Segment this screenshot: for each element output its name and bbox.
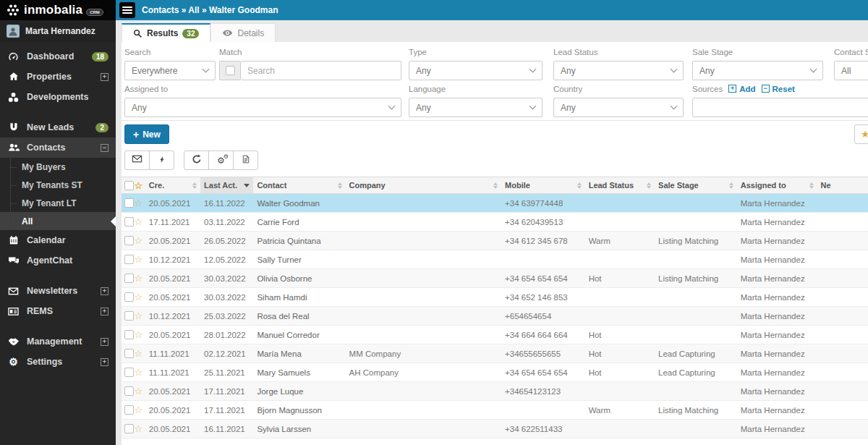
column-header-mobile[interactable]: Mobile bbox=[501, 177, 585, 193]
row-checkbox[interactable] bbox=[124, 311, 134, 321]
search-input[interactable] bbox=[240, 61, 401, 80]
favorite-star-icon[interactable]: ☆ bbox=[134, 311, 145, 321]
expand-plus-icon[interactable]: + bbox=[101, 358, 109, 366]
row-checkbox[interactable] bbox=[124, 255, 134, 264]
table-row[interactable]: ☆20.05.202117.11.2021Bjorn MagnussonWarm… bbox=[122, 401, 868, 420]
favorite-star-icon[interactable]: ☆ bbox=[134, 255, 145, 264]
gears-icon: ⚙⚙ bbox=[217, 156, 225, 166]
table-row[interactable]: ☆11.11.202125.11.2021Mary SamuelsAH Comp… bbox=[122, 363, 868, 382]
sidebar-item-new-leads[interactable]: New Leads2 bbox=[0, 117, 116, 137]
sidebar-item-properties[interactable]: Properties+ bbox=[0, 67, 116, 87]
column-header-lead_status[interactable]: Lead Status bbox=[585, 177, 655, 193]
row-checkbox[interactable] bbox=[124, 424, 134, 433]
filter-sale-stage-select[interactable]: Any bbox=[692, 61, 823, 80]
export-button[interactable] bbox=[233, 151, 258, 170]
sidebar-item-label: New Leads bbox=[27, 122, 74, 132]
match-checkbox[interactable] bbox=[226, 66, 235, 75]
row-checkbox[interactable] bbox=[124, 386, 134, 396]
column-header-cre[interactable]: Cre. bbox=[145, 177, 200, 193]
favorites-filter-button[interactable]: ★ bbox=[854, 124, 868, 144]
sidebar-item-all[interactable]: All bbox=[0, 212, 116, 230]
sidebar-item-newsletters[interactable]: Newsletters+ bbox=[0, 281, 116, 301]
table-row[interactable]: ☆20.05.202117.11.2021Jorge Luque+3465412… bbox=[122, 382, 868, 401]
filter-label-country: Country bbox=[553, 83, 684, 94]
filter-contact-status-select[interactable]: All bbox=[834, 61, 868, 80]
favorite-star-icon[interactable]: ☆ bbox=[134, 198, 145, 208]
sidebar-item-contacts[interactable]: Contacts− bbox=[0, 137, 116, 158]
tab-results[interactable]: Results 32 bbox=[122, 23, 210, 42]
column-header-last_act[interactable]: Last Act. bbox=[200, 177, 253, 193]
sidebar-item-rems[interactable]: REMS+ bbox=[0, 301, 116, 321]
favorite-star-icon[interactable]: ☆ bbox=[134, 424, 145, 433]
sidebar-item-calendar[interactable]: Calendar bbox=[0, 230, 116, 250]
column-header-assigned_to[interactable]: Assigned to bbox=[737, 177, 817, 193]
sidebar-item-developments[interactable]: Developments bbox=[0, 87, 116, 107]
sources-add-link[interactable]: +Add bbox=[728, 85, 755, 93]
table-row[interactable]: ☆11.11.202102.12.2021María MenaMM Compan… bbox=[122, 344, 868, 363]
filter-assigned-to-select[interactable]: Any bbox=[124, 98, 401, 117]
sidebar-item-dashboard[interactable]: Dashboard18 bbox=[0, 46, 116, 67]
row-checkbox[interactable] bbox=[124, 274, 134, 283]
filter-search-scope-select[interactable]: Everywhere bbox=[124, 61, 216, 80]
expand-plus-icon[interactable]: + bbox=[101, 287, 109, 295]
favorite-star-icon[interactable]: ☆ bbox=[134, 349, 145, 358]
email-button[interactable] bbox=[124, 151, 150, 170]
column-header-ne[interactable]: Ne bbox=[817, 177, 868, 193]
table-row[interactable]: ☆20.05.202128.01.2022Manuel Corredor+34 … bbox=[122, 326, 868, 344]
sidebar-item-my-tenants-st[interactable]: My Tenants ST bbox=[0, 176, 116, 194]
favorite-star-icon[interactable]: ☆ bbox=[134, 405, 145, 415]
hamburger-menu-icon[interactable] bbox=[119, 2, 135, 18]
column-header-sale_stage[interactable]: Sale Stage bbox=[655, 177, 737, 193]
tab-details[interactable]: Details bbox=[210, 23, 276, 42]
expand-plus-icon[interactable]: + bbox=[101, 308, 109, 315]
sidebar-item-management[interactable]: Management+ bbox=[0, 331, 116, 352]
row-checkbox[interactable] bbox=[124, 292, 134, 302]
expand-plus-icon[interactable]: + bbox=[101, 73, 109, 81]
table-row[interactable]: ☆20.05.202130.03.2022Olivia Osborne+34 6… bbox=[122, 269, 868, 288]
quick-action-button[interactable] bbox=[149, 151, 174, 170]
filter-lead-status-select[interactable]: Any bbox=[553, 61, 684, 80]
refresh-button[interactable] bbox=[184, 151, 209, 170]
sources-input[interactable] bbox=[692, 98, 868, 117]
table-row[interactable]: ☆20.05.202116.11.2022Walter Goodman+34 6… bbox=[122, 194, 868, 213]
user-profile[interactable]: Marta Hernandez bbox=[0, 20, 116, 42]
collapse-minus-icon[interactable]: − bbox=[101, 144, 109, 152]
favorite-star-icon[interactable]: ☆ bbox=[134, 330, 145, 339]
row-checkbox[interactable] bbox=[124, 368, 134, 377]
table-row[interactable]: ☆20.05.202130.03.2022Siham Hamdi+34 652 … bbox=[122, 288, 868, 307]
table-row[interactable]: ☆20.05.202126.05.2022Patricia Quintana+3… bbox=[122, 232, 868, 250]
filter-type-select[interactable]: Any bbox=[409, 61, 542, 80]
row-checkbox[interactable] bbox=[124, 236, 134, 245]
cell-lead_status: Hot bbox=[585, 331, 655, 339]
column-header-company[interactable]: Company bbox=[346, 177, 501, 193]
sidebar-item-settings[interactable]: ⚙Settings+ bbox=[0, 352, 116, 372]
new-contact-button[interactable]: + New bbox=[124, 124, 169, 144]
row-checkbox[interactable] bbox=[124, 405, 134, 415]
filter-country-select[interactable]: Any bbox=[553, 98, 684, 117]
table-row[interactable]: ☆20.05.202116.11.2021Sylvia Larssen+34 6… bbox=[122, 420, 868, 438]
table-row[interactable]: ☆10.12.202125.03.2022Rosa del Real+65465… bbox=[122, 307, 868, 326]
bulk-actions-button[interactable]: ⚙⚙ bbox=[208, 151, 234, 170]
select-all-checkbox[interactable] bbox=[124, 181, 134, 190]
filter-language-select[interactable]: Any bbox=[409, 98, 542, 117]
expand-plus-icon[interactable]: + bbox=[101, 338, 109, 346]
sidebar-item-my-tenant-lt[interactable]: My Tenant LT bbox=[0, 194, 116, 212]
row-checkbox[interactable] bbox=[124, 330, 134, 339]
row-checkbox[interactable] bbox=[124, 198, 134, 208]
column-header-contact[interactable]: Contact bbox=[253, 177, 345, 193]
select-value: Any bbox=[416, 66, 431, 76]
favorite-star-icon[interactable]: ☆ bbox=[134, 236, 145, 245]
sidebar-item-agentchat[interactable]: AgentChat bbox=[0, 250, 116, 271]
table-row[interactable]: ☆17.11.202103.11.2022Carrie Ford+34 6204… bbox=[122, 213, 868, 232]
favorite-star-icon[interactable]: ☆ bbox=[134, 217, 145, 226]
favorite-star-icon[interactable]: ☆ bbox=[134, 368, 145, 377]
row-checkbox[interactable] bbox=[124, 349, 134, 358]
table-row[interactable]: ☆10.12.202112.05.2022Sally TurnerMarta H… bbox=[122, 250, 868, 269]
favorite-star-icon[interactable]: ☆ bbox=[134, 274, 145, 283]
favorite-star-icon[interactable]: ☆ bbox=[134, 292, 145, 302]
sidebar-item-label: Contacts bbox=[27, 143, 65, 153]
sources-reset-link[interactable]: −Reset bbox=[762, 85, 795, 93]
row-checkbox[interactable] bbox=[124, 217, 134, 226]
sidebar-item-my-buyers[interactable]: My Buyers bbox=[0, 158, 116, 176]
favorite-star-icon[interactable]: ☆ bbox=[134, 386, 145, 396]
